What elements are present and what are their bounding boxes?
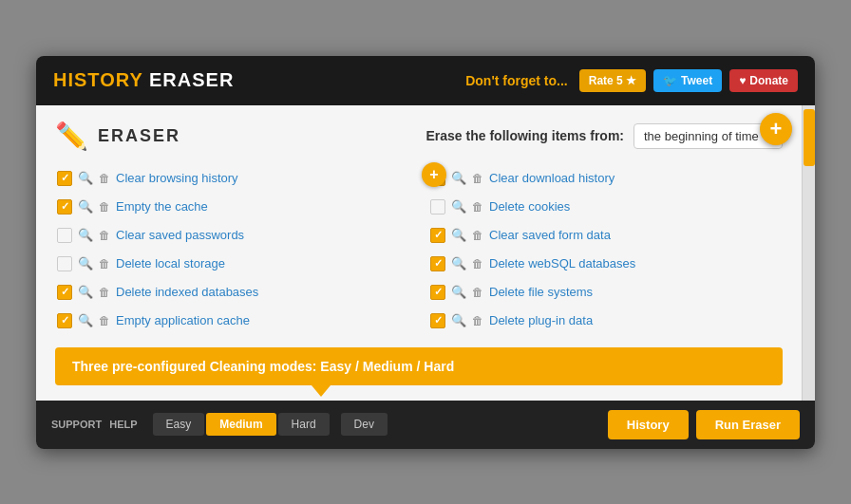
item-label-delete-indexed[interactable]: Delete indexed databases — [116, 285, 258, 299]
mode-easy-button[interactable]: Easy — [153, 413, 205, 436]
mode-buttons: Easy Medium Hard — [153, 413, 330, 436]
logo-eraser: ERASER — [142, 69, 234, 90]
list-item: 🔍 🗑 Empty application cache — [55, 309, 409, 332]
rate-button[interactable]: Rate 5 ★ — [579, 69, 646, 92]
tooltip-text: Three pre-configured Cleaning modes: Eas… — [72, 359, 454, 374]
trash-icon[interactable]: 🗑 — [472, 172, 483, 185]
dev-button[interactable]: Dev — [341, 413, 388, 436]
trash-icon[interactable]: 🗑 — [99, 172, 110, 185]
search-icon[interactable]: 🔍 — [78, 256, 93, 271]
item-label-clear-browsing[interactable]: Clear browsing history — [116, 171, 238, 185]
eraser-title-row: ✏️ ERASER — [55, 121, 180, 152]
search-icon[interactable]: 🔍 — [78, 199, 93, 214]
item-label-delete-filesys[interactable]: Delete file systems — [489, 285, 593, 299]
checkbox-clear-form[interactable] — [430, 228, 445, 243]
checkbox-clear-browsing[interactable] — [57, 171, 72, 186]
list-item: 🔍 🗑 Clear saved passwords — [55, 224, 409, 247]
search-icon[interactable]: 🔍 — [451, 256, 466, 271]
item-label-clear-download[interactable]: Clear download history — [489, 171, 615, 185]
plus-badge[interactable]: + — [760, 113, 792, 145]
list-item: 🔍 🗑 Delete file systems — [428, 281, 783, 304]
list-item: 🔍 🗑 Empty the cache — [55, 196, 409, 218]
list-item: 🔍 🗑 Delete cookies — [428, 196, 783, 218]
item-label-delete-websql[interactable]: Delete webSQL databases — [489, 256, 635, 271]
erase-from-row: Erase the following items from: the begi… — [426, 123, 783, 149]
list-item: 🔍 🗑 Delete webSQL databases — [428, 252, 783, 275]
trash-icon[interactable]: 🗑 — [99, 200, 110, 214]
trash-icon[interactable]: 🗑 — [99, 286, 110, 299]
trash-icon[interactable]: 🗑 — [99, 229, 110, 242]
scrollbar-track[interactable] — [802, 105, 815, 401]
checkbox-delete-cookies[interactable] — [430, 199, 445, 215]
dont-forget-label: Don't forget to... — [465, 73, 568, 88]
tweet-label: Tweet — [681, 74, 712, 87]
mode-hard-button[interactable]: Hard — [278, 413, 330, 436]
list-item: 🔍 🗑 Clear browsing history — [55, 167, 409, 190]
heart-icon: ♥ — [739, 74, 746, 87]
item-label-empty-cache[interactable]: Empty the cache — [116, 199, 208, 214]
item-label-empty-app-cache[interactable]: Empty application cache — [116, 313, 250, 327]
checkbox-empty-app-cache[interactable] — [57, 313, 72, 328]
trash-icon[interactable]: 🗑 — [472, 229, 483, 242]
run-eraser-button[interactable]: Run Eraser — [696, 410, 800, 439]
history-button[interactable]: History — [608, 410, 689, 439]
item-label-clear-form[interactable]: Clear saved form data — [489, 228, 611, 242]
footer: SUPPORT HELP Easy Medium Hard Dev Histor… — [36, 401, 815, 449]
search-icon[interactable]: 🔍 — [451, 285, 466, 299]
mode-medium-button[interactable]: Medium — [206, 413, 275, 436]
list-item: + 🔍 🗑 Clear download history — [428, 167, 783, 190]
checkbox-clear-passwords[interactable] — [57, 228, 72, 243]
checkbox-delete-indexed[interactable] — [57, 285, 72, 300]
eraser-icon: ✏️ — [55, 121, 88, 152]
trash-icon[interactable]: 🗑 — [99, 257, 110, 271]
checkbox-empty-cache[interactable] — [57, 199, 72, 215]
trash-icon[interactable]: 🗑 — [99, 314, 110, 327]
search-icon[interactable]: 🔍 — [451, 199, 466, 214]
erase-from-label: Erase the following items from: — [426, 128, 624, 143]
list-item: 🔍 🗑 Delete indexed databases — [55, 281, 409, 304]
support-link[interactable]: SUPPORT — [51, 419, 102, 430]
trash-icon[interactable]: 🗑 — [472, 200, 483, 214]
trash-icon[interactable]: 🗑 — [472, 257, 483, 271]
header-actions: Don't forget to... Rate 5 ★ 🐦 Tweet ♥ Do… — [465, 69, 798, 92]
scrollbar-thumb[interactable] — [804, 109, 815, 166]
search-icon[interactable]: 🔍 — [451, 228, 466, 242]
item-label-delete-cookies[interactable]: Delete cookies — [489, 199, 570, 214]
main-area: + ✏️ ERASER Erase the following items fr… — [36, 105, 802, 401]
twitter-icon: 🐦 — [663, 74, 677, 87]
app-window: HISTORY ERASER Don't forget to... Rate 5… — [36, 56, 815, 449]
eraser-header: ✏️ ERASER Erase the following items from… — [55, 121, 783, 152]
list-item: 🔍 🗑 Delete local storage — [55, 252, 409, 275]
list-item: 🔍 🗑 Clear saved form data — [428, 224, 783, 247]
checkbox-delete-plugin[interactable] — [430, 313, 445, 328]
search-icon[interactable]: 🔍 — [78, 171, 93, 185]
donate-label: Donate — [749, 74, 788, 87]
checkbox-delete-local[interactable] — [57, 256, 72, 271]
search-icon[interactable]: 🔍 — [451, 171, 466, 185]
tooltip-banner: Three pre-configured Cleaning modes: Eas… — [55, 347, 783, 385]
footer-right: History Run Eraser — [608, 410, 800, 439]
trash-icon[interactable]: 🗑 — [472, 286, 483, 299]
item-label-delete-plugin[interactable]: Delete plug-in data — [489, 313, 593, 327]
checkbox-clear-download[interactable]: + — [430, 171, 445, 186]
trash-icon[interactable]: 🗑 — [472, 314, 483, 327]
item-label-clear-passwords[interactable]: Clear saved passwords — [116, 228, 244, 242]
header: HISTORY ERASER Don't forget to... Rate 5… — [36, 56, 815, 105]
checkbox-delete-filesys[interactable] — [430, 285, 445, 300]
search-icon[interactable]: 🔍 — [78, 228, 93, 242]
checkbox-delete-websql[interactable] — [430, 256, 445, 271]
search-icon[interactable]: 🔍 — [451, 313, 466, 327]
help-link[interactable]: HELP — [109, 419, 137, 430]
search-icon[interactable]: 🔍 — [78, 313, 93, 327]
list-item: 🔍 🗑 Delete plug-in data — [428, 309, 783, 332]
logo: HISTORY ERASER — [53, 69, 234, 91]
tweet-button[interactable]: 🐦 Tweet — [653, 69, 722, 92]
item-label-delete-local[interactable]: Delete local storage — [116, 256, 225, 271]
logo-history: HISTORY — [53, 69, 142, 90]
tooltip-arrow — [312, 385, 331, 397]
content-area: + ✏️ ERASER Erase the following items fr… — [36, 105, 815, 401]
eraser-title: ERASER — [98, 126, 180, 146]
donate-button[interactable]: ♥ Donate — [729, 69, 798, 92]
search-icon[interactable]: 🔍 — [78, 285, 93, 299]
checklist-grid: 🔍 🗑 Clear browsing history + 🔍 🗑 Clear d… — [55, 167, 783, 332]
